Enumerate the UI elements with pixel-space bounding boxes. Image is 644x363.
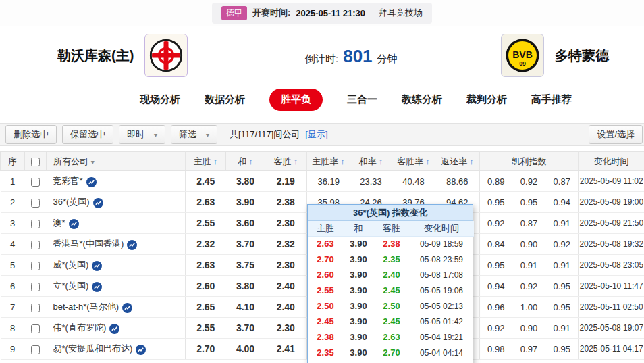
sort-asc-icon[interactable]: ↑ xyxy=(379,156,383,166)
kelly-draw: 0.90 xyxy=(512,318,546,339)
sort-asc-icon[interactable]: ↑ xyxy=(213,156,218,166)
trend-chart-icon[interactable] xyxy=(93,198,103,208)
sort-asc-icon[interactable]: ↑ xyxy=(425,156,430,166)
trend-chart-icon[interactable] xyxy=(86,177,97,187)
trend-chart-icon[interactable] xyxy=(109,324,119,334)
row-checkbox[interactable] xyxy=(31,178,40,187)
company-name[interactable]: 伟*(直布罗陀) xyxy=(53,322,107,333)
trend-chart-icon[interactable] xyxy=(122,303,132,313)
col-header-kelly: 凯利指数 xyxy=(480,152,579,171)
tab-裁判分析[interactable]: 裁判分析 xyxy=(466,93,507,106)
company-name[interactable]: 竞彩官* xyxy=(53,176,83,186)
home-team-name: 勒沃库森(主) xyxy=(57,47,134,65)
company-name[interactable]: bet-at-h*(马尔他) xyxy=(53,301,119,312)
filter-dropdown-label: 筛选 xyxy=(179,128,196,141)
popup-home-odds: 2.38 xyxy=(308,329,343,345)
popup-away-odds: 2.63 xyxy=(374,329,409,345)
draw-odds: 3.75 xyxy=(226,255,265,276)
sort-asc-icon[interactable]: ↑ xyxy=(248,156,253,166)
tab-胜平负[interactable]: 胜平负 xyxy=(269,89,323,111)
kelly-home: 0.92 xyxy=(480,318,512,339)
select-all-checkbox[interactable] xyxy=(31,158,40,166)
return-rate: 88.66 xyxy=(435,171,480,192)
draw-odds: 3.70 xyxy=(226,318,265,339)
keep-selected-button[interactable]: 保留选中 xyxy=(62,125,113,144)
tab-数据分析[interactable]: 数据分析 xyxy=(205,93,245,106)
company-name[interactable]: 澳* xyxy=(53,218,65,228)
kelly-away: 0.91 xyxy=(546,318,579,339)
away-odds: 2.40 xyxy=(265,276,307,297)
company-name[interactable]: 立*(英国) xyxy=(53,281,89,291)
popup-away-odds: 2.50 xyxy=(374,298,409,314)
popup-home-odds: 2.55 xyxy=(308,283,343,298)
home-odds: 2.60 xyxy=(186,276,226,297)
company-name[interactable]: 香港马*(中国香港) xyxy=(53,239,124,249)
svg-text:09: 09 xyxy=(519,60,526,67)
odds-row: 1竞彩官*2.453.802.1936.1923.3340.4888.660.8… xyxy=(1,171,644,192)
row-checkbox[interactable] xyxy=(31,199,40,208)
svg-text:BVB: BVB xyxy=(512,49,533,60)
company-name[interactable]: 威*(英国) xyxy=(53,260,89,270)
trend-chart-icon[interactable] xyxy=(69,219,79,229)
row-checkbox[interactable] xyxy=(31,345,40,354)
row-index: 7 xyxy=(1,297,25,318)
row-checkbox[interactable] xyxy=(31,262,40,270)
show-link[interactable]: [显示] xyxy=(305,128,327,141)
col-header-draw-rate[interactable]: 和率↑ xyxy=(350,152,392,171)
company-name[interactable]: 36*(英国) xyxy=(53,197,90,207)
home-odds: 2.45 xyxy=(186,171,226,192)
settings-select-button[interactable]: 设置/选择 xyxy=(589,125,643,144)
away-odds: 2.32 xyxy=(265,234,307,255)
col-header-return-rate[interactable]: 返还率↑ xyxy=(435,152,480,171)
col-header-home[interactable]: 主胜↑ xyxy=(186,152,226,171)
trend-chart-icon[interactable] xyxy=(127,240,137,250)
row-index: 4 xyxy=(1,234,25,255)
kelly-home: 0.95 xyxy=(480,192,512,213)
trend-chart-icon[interactable] xyxy=(136,345,146,355)
kelly-away: 0.91 xyxy=(546,255,579,276)
row-index: 1 xyxy=(1,171,25,192)
row-checkbox[interactable] xyxy=(31,283,40,291)
row-checkbox[interactable] xyxy=(31,241,40,249)
trend-chart-icon[interactable] xyxy=(92,282,102,292)
table-header-row: 序 所有公司 ▾ 主胜↑ 和↑ 客胜↑ 主胜率↑ 和率↑ 客胜率↑ 返还率↑ 凯… xyxy=(1,152,644,171)
company-name[interactable]: 易*(安提瓜和巴布达) xyxy=(53,343,133,354)
countdown-label: 倒计时: xyxy=(305,53,338,66)
row-index: 5 xyxy=(1,255,25,276)
tab-高手推荐[interactable]: 高手推荐 xyxy=(531,93,572,106)
away-team-logo: BVB 09 xyxy=(501,34,544,77)
popup-title: 36*(英国) 指数变化 xyxy=(308,205,473,221)
col-header-away-rate[interactable]: 客胜率↑ xyxy=(392,152,435,171)
row-checkbox[interactable] xyxy=(31,304,40,312)
popup-col-header: 客胜 xyxy=(374,221,409,236)
popup-change-time: 05-04 04:14 xyxy=(409,345,474,360)
tab-教练分析[interactable]: 教练分析 xyxy=(402,93,442,106)
row-checkbox[interactable] xyxy=(31,220,40,228)
kelly-draw: 0.92 xyxy=(512,276,546,297)
col-header-away[interactable]: 客胜↑ xyxy=(265,152,307,171)
trend-chart-icon[interactable] xyxy=(92,261,102,271)
col-header-draw[interactable]: 和↑ xyxy=(226,152,265,171)
popup-row: 2.383.902.6305-04 19:21 xyxy=(308,329,474,345)
sort-asc-icon[interactable]: ↑ xyxy=(469,156,474,166)
tab-三合一[interactable]: 三合一 xyxy=(347,93,377,106)
away-odds: 2.41 xyxy=(265,339,307,360)
delete-selected-button[interactable]: 删除选中 xyxy=(5,125,57,144)
league-badge: 德甲 xyxy=(221,6,247,20)
home-rate: 36.19 xyxy=(307,171,350,192)
col-header-home-rate[interactable]: 主胜率↑ xyxy=(307,152,350,171)
instant-dropdown[interactable]: 即时 ▾ xyxy=(119,125,165,144)
sort-asc-icon[interactable]: ↑ xyxy=(294,156,298,166)
popup-home-odds: 2.45 xyxy=(308,314,343,329)
tab-现场分析[interactable]: 现场分析 xyxy=(140,93,180,106)
filter-caret-icon[interactable]: ▾ xyxy=(91,158,95,166)
sort-asc-icon[interactable]: ↑ xyxy=(340,156,345,166)
col-header-company[interactable]: 所有公司 ▾ xyxy=(47,152,186,171)
change-time: 2025-05-11 04:17 xyxy=(579,339,644,360)
row-checkbox[interactable] xyxy=(31,324,40,333)
popup-draw-odds: 3.90 xyxy=(343,298,374,314)
filter-dropdown[interactable]: 筛选 ▾ xyxy=(171,125,217,144)
kelly-away: 0.95 xyxy=(546,276,579,297)
kelly-draw: 0.90 xyxy=(512,234,546,255)
away-odds: 2.30 xyxy=(265,255,307,276)
